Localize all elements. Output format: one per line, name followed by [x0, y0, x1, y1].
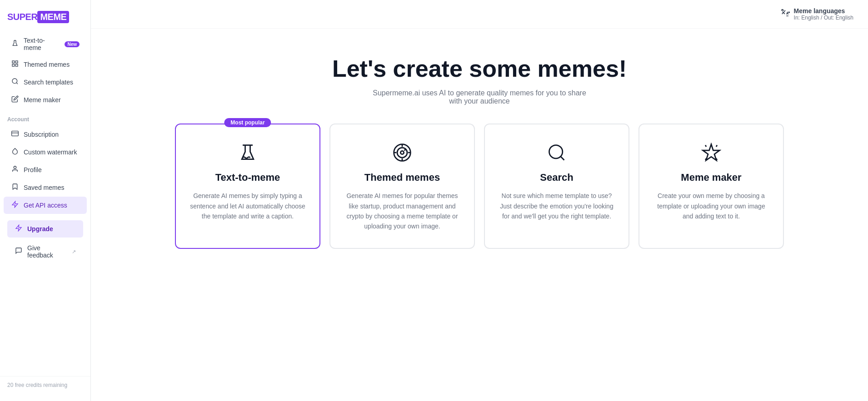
- grid-icon: [11, 60, 19, 69]
- card-desc-themed-memes: Generate AI memes for popular themes lik…: [343, 191, 461, 232]
- card-desc-search: Not sure which meme template to use? Jus…: [498, 191, 616, 221]
- pencil-icon: [11, 95, 19, 104]
- target-card-icon: [392, 143, 412, 163]
- card-title-meme-maker: Meme maker: [681, 172, 741, 183]
- sidebar: SUPER MEME Text-to-meme New Themed memes: [0, 0, 91, 401]
- person-icon: [11, 165, 19, 174]
- account-section-label: Account: [0, 109, 90, 125]
- translate-icon: [780, 8, 790, 20]
- sidebar-item-custom-watermark[interactable]: Custom watermark: [4, 144, 87, 161]
- logo[interactable]: SUPER MEME: [0, 7, 90, 32]
- svg-point-11: [400, 151, 404, 154]
- svg-rect-0: [12, 61, 15, 63]
- search-card-icon: [547, 143, 567, 163]
- svg-line-16: [404, 149, 406, 151]
- external-link-icon: ↗: [72, 249, 76, 255]
- card-title-search: Search: [540, 172, 573, 183]
- svg-rect-1: [15, 61, 18, 63]
- most-popular-badge: Most popular: [224, 118, 271, 127]
- feedback-icon: [15, 247, 23, 256]
- upgrade-bolt-icon: [15, 224, 23, 233]
- bolt-icon: [11, 201, 19, 210]
- lang-text: Meme languages In: English / Out: Englis…: [794, 7, 853, 21]
- svg-rect-2: [12, 64, 15, 66]
- sidebar-label-meme-maker: Meme maker: [24, 96, 61, 104]
- logo-super: SUPER: [7, 12, 37, 22]
- sidebar-label-themed-memes: Themed memes: [24, 61, 70, 68]
- hero-section: Let's create some memes! Supermeme.ai us…: [91, 29, 868, 124]
- search-icon: [11, 78, 19, 87]
- sidebar-label-subscription: Subscription: [24, 131, 59, 138]
- upgrade-label: Upgrade: [27, 225, 53, 233]
- droplet-icon: [11, 148, 19, 157]
- sidebar-item-subscription[interactable]: Subscription: [4, 126, 87, 143]
- svg-point-4: [12, 79, 17, 84]
- card-text-to-meme[interactable]: Most popular Text-to-meme Generate AI me…: [175, 124, 320, 249]
- sidebar-label-text-to-meme: Text-to-meme: [24, 37, 58, 51]
- card-title-themed-memes: Themed memes: [364, 172, 440, 183]
- svg-marker-7: [12, 201, 18, 207]
- language-selector[interactable]: Meme languages In: English / Out: Englis…: [780, 7, 853, 21]
- card-icon: [11, 130, 19, 139]
- bookmark-icon: [11, 183, 19, 192]
- cards-container: Most popular Text-to-meme Generate AI me…: [91, 124, 868, 267]
- sidebar-item-saved-memes[interactable]: Saved memes: [4, 179, 87, 196]
- card-desc-meme-maker: Create your own meme by choosing a templ…: [652, 191, 770, 221]
- sidebar-item-get-api-access[interactable]: Get API access: [4, 197, 87, 214]
- main-content: Meme languages In: English / Out: Englis…: [91, 0, 868, 401]
- sidebar-label-get-api-access: Get API access: [24, 202, 67, 209]
- svg-point-17: [549, 145, 563, 158]
- upgrade-button[interactable]: Upgrade: [7, 220, 83, 238]
- topbar: Meme languages In: English / Out: Englis…: [91, 0, 868, 29]
- flask-icon: [11, 40, 19, 49]
- card-desc-text-to-meme: Generate AI memes by simply typing a sen…: [189, 191, 307, 221]
- svg-point-6: [14, 166, 16, 168]
- card-themed-memes[interactable]: Themed memes Generate AI memes for popul…: [329, 124, 475, 249]
- sidebar-item-give-feedback[interactable]: Give feedback ↗: [7, 240, 83, 263]
- sidebar-label-saved-memes: Saved memes: [24, 184, 64, 191]
- card-meme-maker[interactable]: Meme maker Create your own meme by choos…: [639, 124, 784, 249]
- sidebar-label-custom-watermark: Custom watermark: [24, 149, 77, 156]
- sidebar-item-profile[interactable]: Profile: [4, 161, 87, 178]
- flask-card-icon: [238, 143, 258, 163]
- sidebar-item-meme-maker[interactable]: Meme maker: [4, 91, 87, 109]
- give-feedback-label: Give feedback: [27, 244, 67, 259]
- svg-rect-5: [12, 131, 19, 136]
- sidebar-item-themed-memes[interactable]: Themed memes: [4, 56, 87, 73]
- sidebar-item-search-templates[interactable]: Search templates: [4, 74, 87, 91]
- sidebar-item-text-to-meme[interactable]: Text-to-meme New: [4, 33, 87, 55]
- sidebar-label-profile: Profile: [24, 166, 42, 173]
- sidebar-label-search-templates: Search templates: [24, 79, 73, 86]
- hero-subtitle: Supermeme.ai uses AI to generate quality…: [366, 89, 593, 105]
- new-badge: New: [65, 41, 80, 47]
- svg-rect-3: [15, 64, 18, 66]
- account-nav: Subscription Custom watermark Profile: [0, 125, 90, 214]
- hero-title: Let's create some memes!: [109, 56, 850, 82]
- svg-marker-8: [16, 225, 21, 231]
- credits-text: 20 free credits remaining: [7, 382, 67, 388]
- lang-main: Meme languages: [794, 7, 853, 15]
- card-title-text-to-meme: Text-to-meme: [215, 172, 280, 183]
- main-nav: Text-to-meme New Themed memes Search tem…: [0, 32, 90, 109]
- sparkle-card-icon: [701, 143, 721, 163]
- logo-meme: MEME: [37, 11, 69, 23]
- lang-sub: In: English / Out: English: [794, 15, 853, 21]
- card-search[interactable]: Search Not sure which meme template to u…: [484, 124, 629, 249]
- credits-display: 20 free credits remaining: [0, 376, 90, 394]
